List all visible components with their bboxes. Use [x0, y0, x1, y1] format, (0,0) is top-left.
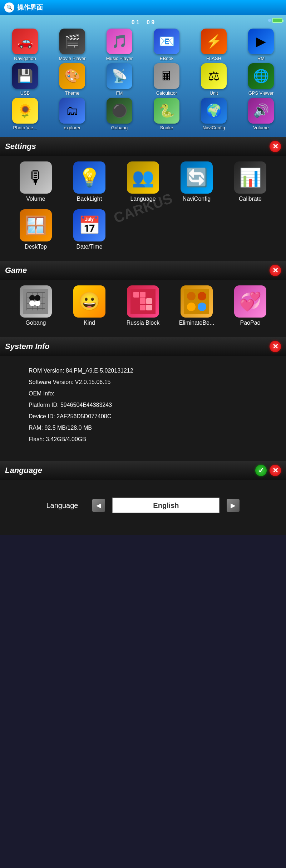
app-theme-label: Theme: [65, 90, 79, 96]
fm-icon: 📡: [107, 63, 132, 89]
settings-datetime[interactable]: 📅 Date/Time: [64, 209, 114, 250]
game-close-button[interactable]: ✕: [270, 265, 281, 276]
game-paopao[interactable]: 💞 PaoPao: [225, 285, 275, 326]
app-navigation[interactable]: 🚗 Navigation: [5, 29, 45, 61]
app-navigation-label: Navigation: [14, 56, 36, 61]
settings-datetime-label: Date/Time: [76, 244, 102, 250]
svg-point-21: [187, 292, 196, 300]
time-right: 0 9: [147, 19, 154, 26]
app-row-1: 🚗 Navigation 🎬 Movie Player 🎵 Music Play…: [1, 29, 285, 61]
app-ebook[interactable]: 📧 EBook: [147, 29, 186, 61]
language-close-button[interactable]: ✕: [270, 465, 281, 476]
sysinfo-close-button[interactable]: ✕: [270, 341, 281, 352]
svg-rect-20: [184, 289, 209, 314]
eliminate-icon: [181, 285, 213, 318]
settings-naviconfig[interactable]: 🔄 NaviConfig: [172, 161, 222, 202]
gobang-game-icon: [20, 285, 52, 318]
settings-language[interactable]: 👥 Language: [118, 161, 168, 202]
app-calculator-label: Calculator: [156, 90, 177, 96]
language-prev-button[interactable]: ◀: [92, 499, 105, 512]
sysinfo-content: ROM Version: 84.PM_A9.E-5.020131212 Soft…: [0, 356, 286, 461]
settings-grid: 🎙 Volume 💡 BackLight 👥 Language 🔄 NaviCo…: [4, 161, 282, 254]
paopao-label: PaoPao: [240, 320, 261, 326]
app-explorer[interactable]: 🗂 explorer: [53, 98, 92, 130]
settings-calibrate[interactable]: 📊 Calibrate: [225, 161, 275, 202]
usb-icon: 💾: [12, 63, 38, 89]
language-header-btns: ✓ ✕: [255, 465, 281, 476]
app-rm-label: RM: [257, 56, 265, 61]
sysinfo-line-1: ROM Version: 84.PM_A9.E-5.020131212: [29, 366, 257, 375]
app-flash[interactable]: ⚡ FLASH: [194, 29, 233, 61]
settings-title: Settings: [5, 142, 36, 151]
settings-desktop-label: DeskTop: [25, 244, 47, 250]
sysinfo-title: System Info: [5, 342, 50, 351]
snake-icon: 🐍: [154, 98, 179, 124]
app-snake[interactable]: 🐍 Snake: [147, 98, 186, 130]
settings-backlight-label: BackLight: [77, 196, 102, 202]
sysinfo-line-5: Device ID: 2AF256D5D077408C: [29, 412, 257, 421]
top-bar: 🔍 操作界面: [0, 0, 286, 15]
app-unit[interactable]: ⚖ Unit: [194, 63, 233, 96]
settings-calibrate-label: Calibrate: [239, 196, 262, 202]
language-confirm-button[interactable]: ✓: [255, 465, 267, 476]
app-music-player[interactable]: 🎵 Music Player: [100, 29, 139, 61]
svg-point-24: [198, 303, 206, 311]
svg-rect-14: [133, 292, 139, 298]
volume-settings-icon: 🎙: [20, 161, 52, 194]
gps-icon: 🌐: [248, 63, 274, 89]
language-icon: 👥: [127, 161, 159, 194]
app-music-label: Music Player: [106, 56, 133, 61]
app-naviconfig[interactable]: 🌍 NaviConfig: [194, 98, 233, 130]
svg-rect-17: [140, 305, 146, 310]
app-volume-label: Volume: [253, 125, 268, 130]
app-grid-section: 0 1 0 9 🚗 Navigation 🎬 Movie Player 🎵 Mu…: [0, 15, 286, 137]
app-gps-viewer[interactable]: 🌐 GPS Viewer: [241, 63, 281, 96]
app-usb-label: USB: [20, 90, 30, 96]
language-header: Language ✓ ✕: [0, 461, 286, 480]
app-ebook-label: EBook: [160, 56, 173, 61]
kind-label: Kind: [84, 320, 95, 326]
app-theme[interactable]: 🎨 Theme: [53, 63, 92, 96]
battery-icon: [272, 18, 282, 23]
settings-backlight[interactable]: 💡 BackLight: [64, 161, 114, 202]
svg-point-22: [198, 292, 206, 300]
datetime-icon: 📅: [73, 209, 105, 241]
app-calculator[interactable]: 🖩 Calculator: [147, 63, 186, 96]
desktop-icon: 🪟: [20, 209, 52, 241]
settings-volume[interactable]: 🎙 Volume: [11, 161, 61, 202]
game-kind[interactable]: 😀 Kind: [64, 285, 114, 326]
app-rm[interactable]: ▶ RM: [241, 29, 281, 61]
time-row: 0 1 0 9: [1, 18, 285, 29]
search-icon: 🔍: [4, 3, 14, 13]
game-russia-block[interactable]: Russia Block: [118, 285, 168, 326]
app-photo-viewer[interactable]: 🌻 Photo Vie...: [5, 98, 45, 130]
sysinfo-line-3: OEM Info:: [29, 389, 257, 398]
game-eliminate[interactable]: EliminateBe...: [172, 285, 222, 326]
unit-icon: ⚖: [201, 63, 227, 89]
page-title: 操作界面: [17, 3, 43, 12]
game-header: Game ✕: [0, 261, 286, 280]
game-gobang[interactable]: Gobang: [11, 285, 61, 326]
app-gobang[interactable]: ⚫ Gobang: [100, 98, 139, 130]
settings-close-button[interactable]: ✕: [270, 141, 281, 152]
app-fm[interactable]: 📡 FM: [100, 63, 139, 96]
svg-point-12: [29, 300, 35, 306]
app-snake-label: Snake: [160, 125, 173, 130]
svg-point-10: [35, 300, 40, 306]
language-next-button[interactable]: ▶: [227, 499, 240, 512]
app-naviconfig-label: NaviConfig: [202, 125, 225, 130]
paopao-icon: 💞: [234, 285, 266, 318]
language-label: Language: [46, 502, 78, 510]
svg-point-11: [35, 295, 40, 301]
app-photo-label: Photo Vie...: [13, 125, 37, 130]
sysinfo-header: System Info ✕: [0, 337, 286, 356]
settings-desktop[interactable]: 🪟 DeskTop: [11, 209, 61, 250]
settings-header: Settings ✕: [0, 137, 286, 156]
app-movie-player[interactable]: 🎬 Movie Player: [53, 29, 92, 61]
signal-icon: [268, 19, 271, 22]
sysinfo-line-2: Software Version: V2.0.15.06.15: [29, 378, 257, 386]
app-gobang-label: Gobang: [111, 125, 128, 130]
app-usb[interactable]: 💾 USB: [5, 63, 45, 96]
naviconfig-icon: 🌍: [201, 98, 227, 124]
app-volume[interactable]: 🔊 Volume: [241, 98, 281, 130]
